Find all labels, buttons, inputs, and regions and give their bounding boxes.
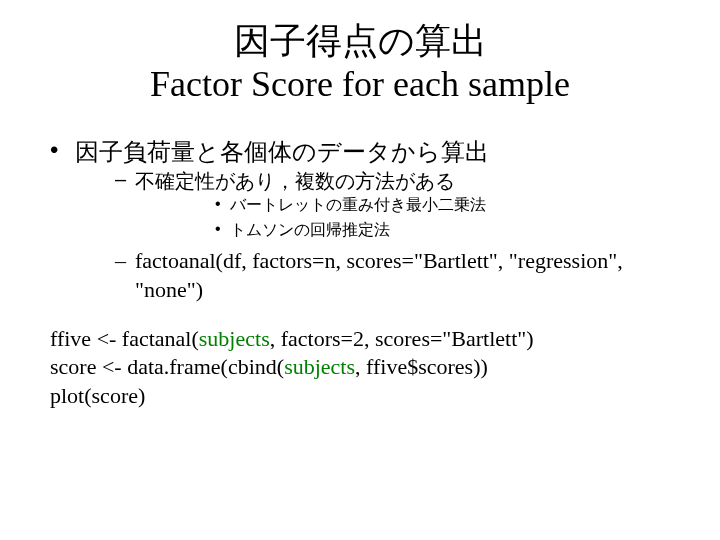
content-list: 因子負荷量と各個体のデータから算出 不確定性があり，複数の方法がある バートレッ… — [50, 136, 670, 304]
code-1-pre: ffive <- factanal( — [50, 326, 199, 351]
code-1-post: , factors=2, scores="Bartlett") — [270, 326, 534, 351]
bullet-level3-1: バートレットの重み付き最小二乗法 — [215, 195, 670, 216]
sublist-2: バートレットの重み付き最小二乗法 トムソンの回帰推定法 — [135, 195, 670, 241]
bullet-level3-2-text: トムソンの回帰推定法 — [230, 221, 390, 238]
bullet-level1: 因子負荷量と各個体のデータから算出 不確定性があり，複数の方法がある バートレッ… — [50, 136, 670, 304]
code-line-3: plot(score) — [50, 382, 670, 411]
sublist-1: 不確定性があり，複数の方法がある バートレットの重み付き最小二乗法 トムソンの回… — [75, 168, 670, 304]
bullet-level3-1-text: バートレットの重み付き最小二乗法 — [230, 196, 486, 213]
code-2-pre: score <- data.frame(cbind( — [50, 354, 284, 379]
code-2-subjects: subjects — [284, 354, 355, 379]
bullet-level2-1: 不確定性があり，複数の方法がある バートレットの重み付き最小二乗法 トムソンの回… — [115, 168, 670, 241]
title-line-1: 因子得点の算出 — [50, 20, 670, 63]
bullet-level1-text: 因子負荷量と各個体のデータから算出 — [75, 138, 489, 165]
bullet-level2-2-text: factoanal(df, factors=n, scores="Bartlet… — [135, 248, 623, 302]
slide-title: 因子得点の算出 Factor Score for each sample — [50, 20, 670, 106]
bullet-level2-2: factoanal(df, factors=n, scores="Bartlet… — [115, 247, 670, 304]
code-1-subjects: subjects — [199, 326, 270, 351]
code-block: ffive <- factanal(subjects, factors=2, s… — [50, 325, 670, 411]
code-2-post: , ffive$scores)) — [355, 354, 488, 379]
code-line-2: score <- data.frame(cbind(subjects, ffiv… — [50, 353, 670, 382]
code-3-text: plot(score) — [50, 383, 145, 408]
title-line-2: Factor Score for each sample — [50, 63, 670, 106]
bullet-level2-1-text: 不確定性があり，複数の方法がある — [135, 170, 455, 192]
bullet-level3-2: トムソンの回帰推定法 — [215, 220, 670, 241]
code-line-1: ffive <- factanal(subjects, factors=2, s… — [50, 325, 670, 354]
